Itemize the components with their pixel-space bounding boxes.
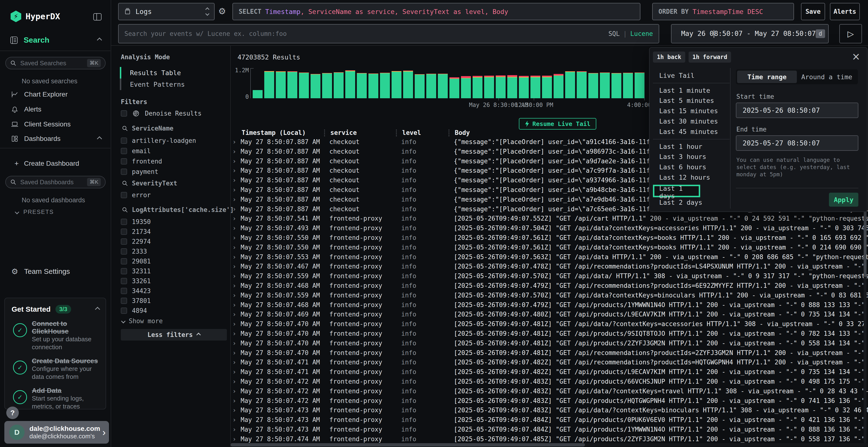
filter-value-row[interactable]: 37801 <box>121 296 224 306</box>
get-started-item[interactable]: ✓ Add Data Start sending logs, metrics, … <box>13 387 99 410</box>
filter-value-row[interactable]: 22974 <box>121 237 224 246</box>
histogram-bar[interactable] <box>426 74 436 98</box>
quick-range-option[interactable]: Last 5 minutes <box>653 95 730 106</box>
user-menu[interactable]: D dale@clickhouse.com dale@clickhouse.co… <box>4 421 109 444</box>
histogram-bar[interactable] <box>299 72 309 98</box>
quick-range-option[interactable]: Last 45 minutes <box>653 127 730 137</box>
log-row[interactable]: › May 27 8:50:07.470 AM frontend-proxy i… <box>230 339 868 348</box>
resume-live-tail-button[interactable]: Resume Live Tail <box>519 118 596 130</box>
histogram-bar[interactable] <box>276 71 286 98</box>
row-expand-icon[interactable]: › <box>230 425 241 435</box>
sidebar-item-client-sessions[interactable]: Client Sessions <box>0 121 111 128</box>
histogram-bar[interactable] <box>253 90 262 98</box>
row-expand-icon[interactable]: › <box>230 185 241 195</box>
histogram-bar[interactable] <box>554 74 563 98</box>
quick-range-option[interactable]: Last 2 days <box>653 197 730 208</box>
filter-value-row[interactable]: 29081 <box>121 256 224 266</box>
column-header-level[interactable]: level <box>402 129 455 136</box>
row-expand-icon[interactable]: › <box>230 262 241 271</box>
chevron-up-icon[interactable] <box>97 136 102 141</box>
filter-value-row[interactable]: frontend <box>121 156 224 166</box>
histogram-bar[interactable] <box>287 71 297 98</box>
shift-1h-back-button[interactable]: 1h back <box>653 51 685 63</box>
row-expand-icon[interactable]: › <box>230 147 241 157</box>
saved-searches-input[interactable]: Saved Searches ⌘K <box>5 57 105 69</box>
sidebar-item-dashboards[interactable]: Dashboards <box>0 135 111 143</box>
column-resize-handle[interactable] <box>396 130 397 136</box>
row-expand-icon[interactable]: › <box>230 243 241 252</box>
collapse-sidebar-icon[interactable] <box>93 12 102 23</box>
row-expand-icon[interactable]: › <box>230 204 241 214</box>
log-row[interactable]: › May 27 8:50:07.541 AM frontend-proxy i… <box>230 214 868 224</box>
histogram-bar[interactable] <box>507 75 517 98</box>
run-query-button[interactable]: ▷ <box>839 24 862 43</box>
histogram-bar[interactable] <box>565 71 575 98</box>
sidebar-item-chart-explorer[interactable]: Chart Explorer <box>0 91 111 98</box>
histogram-bar[interactable] <box>403 71 413 98</box>
histogram-bar[interactable] <box>322 73 332 98</box>
histogram-bar[interactable] <box>519 76 529 98</box>
histogram-bar[interactable] <box>450 77 459 98</box>
saved-dashboards-input[interactable]: Saved Dashboards ⌘K <box>5 176 105 188</box>
log-row[interactable]: › May 27 8:50:07.493 AM frontend-proxy i… <box>230 224 868 233</box>
filter-value-row[interactable]: 2333 <box>121 246 224 256</box>
filter-value-row[interactable]: 34423 <box>121 286 224 296</box>
histogram-bar[interactable] <box>600 72 610 98</box>
sidebar-item-search[interactable]: Search <box>10 36 101 44</box>
histogram-bar[interactable] <box>264 71 274 98</box>
filter-value-row[interactable]: 33261 <box>121 276 224 286</box>
row-expand-icon[interactable]: › <box>230 367 241 377</box>
log-row[interactable]: › May 27 8:50:07.470 AM frontend-proxy i… <box>230 319 868 329</box>
chevron-up-icon[interactable] <box>97 38 102 43</box>
histogram-bar[interactable] <box>415 74 425 98</box>
log-row[interactable]: › May 27 8:50:07.550 AM frontend-proxy i… <box>230 233 868 243</box>
histogram-bar[interactable] <box>368 73 378 98</box>
sql-mode-toggle[interactable]: SQL <box>608 30 620 37</box>
log-row[interactable]: › May 27 8:50:07.468 AM frontend-proxy i… <box>230 281 868 291</box>
histogram-bar[interactable] <box>345 70 355 98</box>
lucene-search-input[interactable]: Search your events w/ Lucene ex. column:… <box>118 24 659 43</box>
row-expand-icon[interactable]: › <box>230 435 241 444</box>
quick-range-option[interactable]: Last 1 minute <box>653 83 730 95</box>
row-expand-icon[interactable]: › <box>230 310 241 319</box>
order-by-input[interactable]: ORDER BY TimestampTime DESC <box>652 3 794 20</box>
source-select[interactable]: Logs <box>118 3 215 20</box>
quick-range-option[interactable]: Live Tail <box>653 70 730 81</box>
histogram-bar[interactable] <box>380 73 390 98</box>
apply-button[interactable]: Apply <box>829 193 858 207</box>
analysis-mode-option[interactable]: Results Table <box>120 67 221 78</box>
row-expand-icon[interactable]: › <box>230 271 241 281</box>
histogram-bar[interactable] <box>623 73 633 98</box>
histogram-bar[interactable] <box>392 71 401 98</box>
horizontal-scrollbar-thumb[interactable] <box>230 443 585 447</box>
quick-range-option[interactable]: Last 30 minutes <box>653 116 730 127</box>
log-row[interactable]: › May 27 8:50:07.553 AM frontend-proxy i… <box>230 252 868 262</box>
column-header-service[interactable]: service <box>330 129 402 136</box>
row-expand-icon[interactable]: › <box>230 377 241 386</box>
log-row[interactable]: › May 27 8:50:07.473 AM frontend-proxy i… <box>230 415 868 425</box>
log-row[interactable]: › May 27 8:50:07.559 AM frontend-proxy i… <box>230 271 868 281</box>
log-row[interactable]: › May 27 8:50:07.471 AM frontend-proxy i… <box>230 358 868 367</box>
row-expand-icon[interactable]: › <box>230 348 241 358</box>
histogram-bar[interactable] <box>530 76 540 98</box>
less-filters-button[interactable]: Less filters <box>121 329 227 341</box>
horizontal-scrollbar[interactable] <box>230 443 868 447</box>
presets-toggle[interactable]: PRESETS <box>16 209 54 215</box>
start-time-input[interactable]: 2025-05-26 08:50:07 <box>736 103 858 118</box>
histogram-bar[interactable] <box>461 76 471 98</box>
denoise-results-checkbox[interactable]: Denoise Results <box>121 110 202 117</box>
row-expand-icon[interactable]: › <box>230 396 241 406</box>
log-row[interactable]: › May 27 8:50:07.467 AM frontend-proxy i… <box>230 262 868 271</box>
row-expand-icon[interactable]: › <box>230 291 241 300</box>
save-button[interactable]: Save <box>801 3 825 20</box>
histogram-bar[interactable] <box>472 76 483 98</box>
histogram-bar[interactable] <box>496 75 506 98</box>
time-picker-tab[interactable]: Around a time <box>797 71 857 83</box>
row-expand-icon[interactable]: › <box>230 339 241 348</box>
column-header-timestamp[interactable]: Timestamp (Local) <box>242 129 330 136</box>
source-settings-gear-icon[interactable]: ⚙ <box>218 6 226 16</box>
get-started-item[interactable]: ✓ Create Data Sources Configure where yo… <box>13 357 99 381</box>
row-expand-icon[interactable]: › <box>230 195 241 204</box>
quick-range-option[interactable]: Last 3 hours <box>653 151 730 162</box>
row-expand-icon[interactable]: › <box>230 166 241 176</box>
